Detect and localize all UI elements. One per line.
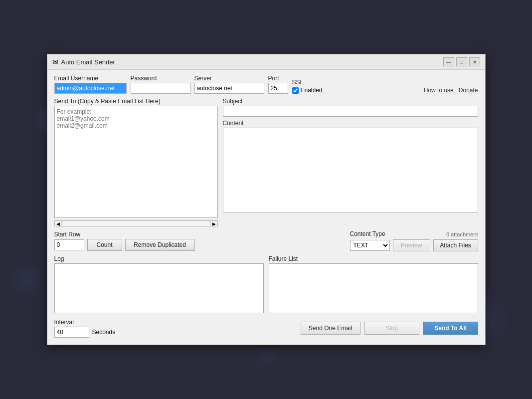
attachment-label: 0 attachment [446, 231, 478, 237]
log-textarea[interactable] [54, 263, 264, 313]
help-area: How to use Donate [424, 87, 478, 94]
stop-button[interactable]: Stop [364, 322, 419, 335]
attach-files-button[interactable]: Attach Files [433, 239, 478, 251]
content-type-area: Content Type 0 attachment TEXT HTML Prev… [350, 230, 478, 251]
ssl-checkbox-label: Enabled [301, 87, 323, 94]
close-button[interactable]: ✕ [469, 57, 480, 66]
main-window: ✉ Auto Email Sender — □ ✕ Email Username… [47, 54, 486, 345]
top-form-row: Email Username Password Server Port SSL … [54, 75, 478, 94]
password-group: Password [131, 75, 190, 94]
maximize-button[interactable]: □ [456, 57, 467, 66]
preview-button[interactable]: Preview [393, 239, 430, 251]
port-input[interactable] [268, 83, 288, 94]
email-username-input[interactable] [54, 83, 127, 94]
title-bar-left: ✉ Auto Email Sender [52, 58, 115, 66]
interval-label: Interval [54, 319, 116, 326]
action-buttons: Send One Email Stop Send To All [301, 322, 478, 335]
server-group: Server [194, 75, 264, 94]
interval-group: Interval Seconds [54, 319, 116, 338]
title-bar-controls: — □ ✕ [443, 57, 480, 66]
how-to-use-link[interactable]: How to use [424, 87, 454, 94]
send-to-all-button[interactable]: Send To All [423, 322, 478, 335]
remove-duplicated-button[interactable]: Remove Duplicated [125, 239, 195, 251]
title-bar: ✉ Auto Email Sender — □ ✕ [47, 54, 485, 70]
window-content: Email Username Password Server Port SSL … [47, 70, 485, 345]
failure-list-textarea[interactable] [269, 263, 478, 313]
email-username-group: Email Username [54, 75, 127, 94]
send-one-email-button[interactable]: Send One Email [301, 322, 360, 335]
subject-content-column: Subject Content [223, 98, 478, 226]
app-icon: ✉ [52, 58, 58, 66]
content-type-label: Content Type [350, 230, 385, 237]
content-label: Content [223, 120, 478, 127]
bottom-bar: Interval Seconds Send One Email Stop Sen… [54, 319, 478, 338]
log-column: Log [54, 255, 264, 315]
log-section: Log Failure List [54, 255, 478, 315]
subject-label: Subject [223, 98, 478, 105]
minimize-button[interactable]: — [443, 57, 454, 66]
failure-list-label: Failure List [269, 255, 478, 262]
password-input[interactable] [131, 83, 190, 94]
failure-list-column: Failure List [269, 255, 478, 315]
server-input[interactable] [194, 83, 264, 94]
content-type-controls: TEXT HTML Preview Attach Files [350, 239, 478, 251]
content-type-select[interactable]: TEXT HTML [350, 240, 390, 251]
send-to-textarea[interactable] [54, 106, 218, 218]
send-to-label: Send To (Copy & Paste Email List Here) [54, 98, 218, 105]
email-username-label: Email Username [54, 75, 127, 82]
content-textarea[interactable] [223, 128, 478, 212]
ssl-checkbox-group: Enabled [292, 87, 323, 94]
donate-link[interactable]: Donate [459, 87, 478, 94]
port-label: Port [268, 75, 288, 82]
start-row-group: Start Row Count Remove Duplicated [54, 231, 195, 251]
content-group: Content [223, 120, 478, 212]
count-button[interactable]: Count [87, 239, 122, 251]
main-form-area: Send To (Copy & Paste Email List Here) ◀… [54, 98, 478, 226]
subject-input[interactable] [223, 106, 478, 117]
send-to-column: Send To (Copy & Paste Email List Here) ◀… [54, 98, 218, 226]
password-label: Password [131, 75, 190, 82]
window-title: Auto Email Sender [61, 58, 115, 66]
subject-group: Subject [223, 98, 478, 117]
ssl-checkbox[interactable] [292, 87, 299, 94]
interval-unit: Seconds [92, 329, 116, 336]
log-label: Log [54, 255, 264, 262]
port-group: Port [268, 75, 288, 94]
ssl-group: SSL Enabled [292, 79, 323, 94]
server-label: Server [194, 75, 264, 82]
start-row-input[interactable] [54, 239, 84, 250]
interval-input[interactable] [54, 327, 89, 338]
options-row: Start Row Count Remove Duplicated Conten… [54, 230, 478, 251]
ssl-label: SSL [292, 79, 323, 86]
start-row-label: Start Row [54, 231, 195, 238]
